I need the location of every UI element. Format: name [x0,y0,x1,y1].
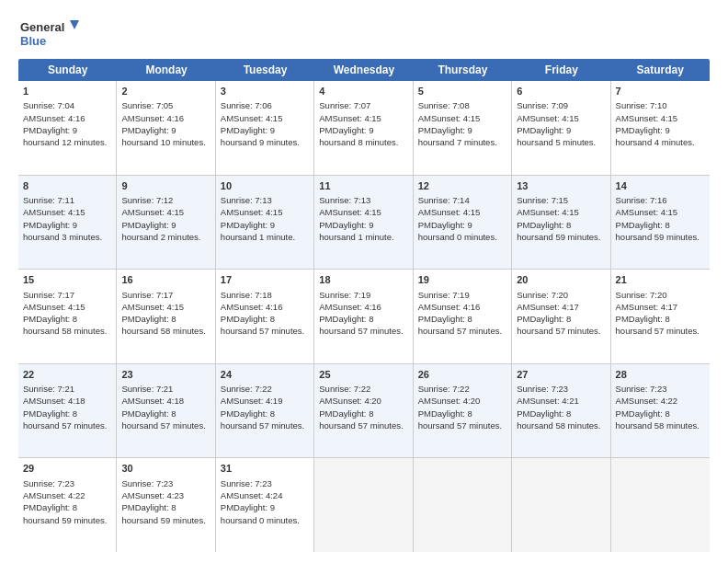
day-number: 16 [121,273,210,287]
day-cell-10: 10Sunrise: 7:13 AMSunset: 4:15 PMDayligh… [216,176,314,270]
day-number: 21 [616,273,705,287]
day-info-line: and 7 minutes. [439,137,496,147]
week-row-5: 29Sunrise: 7:23 AMSunset: 4:22 PMDayligh… [18,458,710,552]
day-info-line: and 0 minutes. [439,232,496,242]
day-info-line: and 57 minutes. [341,420,404,431]
day-cell-6: 6Sunrise: 7:09 AMSunset: 4:15 PMDaylight… [512,81,610,175]
day-info-line: and 57 minutes. [539,326,601,336]
day-number: 20 [517,273,605,287]
day-info-line: and 57 minutes. [439,326,502,336]
day-number: 26 [418,368,506,382]
day-number: 6 [517,85,605,98]
day-info-line: and 59 minutes. [45,515,108,525]
day-info-line: and 9 minutes. [243,137,300,147]
day-number: 30 [121,462,210,476]
week-row-3: 15Sunrise: 7:17 AMSunset: 4:15 PMDayligh… [18,270,710,364]
day-number: 27 [517,368,605,382]
header-day-sunday: Sunday [18,59,117,81]
day-cell-27: 27Sunrise: 7:23 AMSunset: 4:21 PMDayligh… [512,364,610,458]
day-cell-28: 28Sunrise: 7:23 AMSunset: 4:22 PMDayligh… [611,364,710,458]
day-number: 9 [121,179,210,193]
day-number: 14 [616,179,705,193]
day-cell-14: 14Sunrise: 7:16 AMSunset: 4:15 PMDayligh… [611,176,710,270]
empty-cell [314,458,413,552]
day-cell-19: 19Sunrise: 7:19 AMSunset: 4:16 PMDayligh… [414,270,512,363]
day-cell-3: 3Sunrise: 7:06 AMSunset: 4:15 PMDaylight… [216,81,314,175]
day-number: 25 [319,368,407,382]
day-cell-21: 21Sunrise: 7:20 AMSunset: 4:17 PMDayligh… [611,270,710,363]
day-info-line: and 1 minute. [341,232,394,242]
day-info-line: and 8 minutes. [341,137,398,147]
svg-text:General: General [20,20,64,34]
day-number: 28 [616,368,705,382]
svg-text:Blue: Blue [20,34,46,48]
day-number: 23 [121,368,210,382]
calendar-header: SundayMondayTuesdayWednesdayThursdayFrid… [18,59,710,81]
day-number: 11 [319,179,407,193]
day-number: 8 [23,179,111,193]
day-info-line: and 57 minutes. [243,326,305,336]
day-info-line: and 12 minutes. [45,137,108,147]
header-day-friday: Friday [512,59,610,81]
day-number: 10 [221,179,309,193]
day-info-line: and 2 minutes. [143,232,200,242]
day-info-line: and 57 minutes. [637,326,700,336]
day-number: 2 [121,85,210,98]
day-cell-18: 18Sunrise: 7:19 AMSunset: 4:16 PMDayligh… [314,270,413,363]
empty-cell [512,458,610,552]
day-info-line: and 57 minutes. [243,420,305,431]
week-row-2: 8Sunrise: 7:11 AMSunset: 4:15 PMDaylight… [18,176,710,270]
day-cell-16: 16Sunrise: 7:17 AMSunset: 4:15 PMDayligh… [117,270,215,363]
day-number: 15 [23,273,111,287]
day-cell-24: 24Sunrise: 7:22 AMSunset: 4:19 PMDayligh… [216,364,314,458]
calendar-body: 1Sunrise: 7:04 AMSunset: 4:16 PMDaylight… [18,81,710,552]
day-cell-1: 1Sunrise: 7:04 AMSunset: 4:16 PMDaylight… [18,81,117,175]
day-number: 3 [221,85,309,98]
header: GeneralBlue [18,17,710,50]
day-info-line: and 58 minutes. [539,420,601,431]
calendar: SundayMondayTuesdayWednesdayThursdayFrid… [18,59,710,552]
empty-cell [611,458,710,552]
day-info-line: and 59 minutes. [143,515,206,525]
day-info-line: and 57 minutes. [143,420,206,431]
day-info-line: and 59 minutes. [637,232,700,242]
day-number: 12 [418,179,506,193]
day-info-line: and 4 minutes. [637,137,694,147]
day-cell-12: 12Sunrise: 7:14 AMSunset: 4:15 PMDayligh… [414,176,512,270]
day-number: 18 [319,273,407,287]
header-day-saturday: Saturday [611,59,710,81]
svg-marker-2 [70,20,79,29]
day-cell-25: 25Sunrise: 7:22 AMSunset: 4:20 PMDayligh… [314,364,413,458]
day-info-line: and 59 minutes. [539,232,601,242]
day-info-line: and 58 minutes. [45,326,108,336]
day-info-line: and 1 minute. [243,232,296,242]
day-number: 4 [319,85,407,98]
day-cell-26: 26Sunrise: 7:22 AMSunset: 4:20 PMDayligh… [414,364,512,458]
logo-icon: GeneralBlue [18,17,83,50]
day-cell-20: 20Sunrise: 7:20 AMSunset: 4:17 PMDayligh… [512,270,610,363]
day-number: 7 [616,85,705,98]
day-cell-29: 29Sunrise: 7:23 AMSunset: 4:22 PMDayligh… [18,458,117,552]
day-number: 31 [221,462,309,476]
page: GeneralBlue SundayMondayTuesdayWednesday… [0,0,728,563]
day-info-line: and 5 minutes. [539,137,596,147]
day-info-line: and 3 minutes. [45,232,102,242]
day-cell-23: 23Sunrise: 7:21 AMSunset: 4:18 PMDayligh… [117,364,215,458]
day-cell-15: 15Sunrise: 7:17 AMSunset: 4:15 PMDayligh… [18,270,117,363]
day-info-line: and 10 minutes. [143,137,206,147]
day-number: 17 [221,273,309,287]
empty-cell [414,458,512,552]
week-row-4: 22Sunrise: 7:21 AMSunset: 4:18 PMDayligh… [18,364,710,459]
day-number: 24 [221,368,309,382]
day-number: 5 [418,85,506,98]
day-info-line: and 57 minutes. [341,326,404,336]
week-row-1: 1Sunrise: 7:04 AMSunset: 4:16 PMDaylight… [18,81,710,176]
day-cell-11: 11Sunrise: 7:13 AMSunset: 4:15 PMDayligh… [314,176,413,270]
day-cell-31: 31Sunrise: 7:23 AMSunset: 4:24 PMDayligh… [216,458,314,552]
day-info-line: and 0 minutes. [243,515,300,525]
day-info-line: and 58 minutes. [637,420,700,431]
day-number: 1 [23,85,111,98]
day-number: 13 [517,179,605,193]
day-cell-17: 17Sunrise: 7:18 AMSunset: 4:16 PMDayligh… [216,270,314,363]
day-cell-5: 5Sunrise: 7:08 AMSunset: 4:15 PMDaylight… [414,81,512,175]
